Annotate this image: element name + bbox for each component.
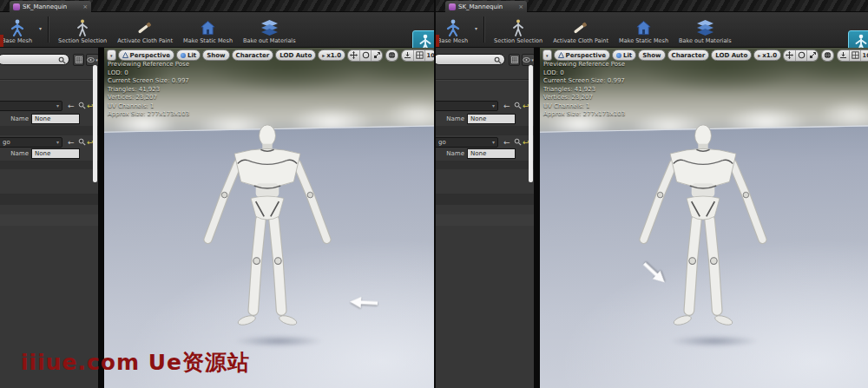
show-button[interactable]: Show bbox=[202, 49, 229, 61]
grid-snap-value[interactable]: 10 bbox=[424, 50, 434, 61]
section-selection-button[interactable]: Section Selection bbox=[53, 14, 112, 44]
skeletal-mesh-icon bbox=[446, 18, 460, 36]
view-options-button[interactable]: ▾ bbox=[522, 54, 534, 66]
section-selection-button[interactable]: Section Selection bbox=[489, 14, 548, 44]
sidebar-scrollbar[interactable] bbox=[93, 65, 97, 182]
play-icon: ▸ bbox=[322, 52, 325, 58]
activate-cloth-paint-button[interactable]: Activate Cloth Paint bbox=[548, 14, 614, 44]
make-static-mesh-label: Make Static Mesh bbox=[183, 37, 233, 44]
chevron-down-icon: ▾ bbox=[492, 102, 495, 110]
scale-tool-button[interactable] bbox=[806, 50, 818, 61]
viewport-3d[interactable]: ▾ Perspective Lit Show Character LOD Aut… bbox=[540, 48, 868, 388]
playback-speed-button[interactable]: ▸ x1.0 bbox=[318, 49, 345, 61]
filter-grid-button[interactable] bbox=[509, 54, 520, 66]
world-coordinate-button[interactable] bbox=[386, 50, 398, 61]
lod-auto-button[interactable]: LOD Auto bbox=[275, 49, 316, 61]
details-panel: ▾ ▾ ← ↩ Name None go ▾ bbox=[0, 48, 98, 388]
base-mesh-button[interactable]: ▾ Base Mesh bbox=[434, 14, 479, 44]
surface-snap-button[interactable] bbox=[402, 50, 413, 61]
name-value-field[interactable]: None bbox=[31, 148, 80, 159]
red-edge-fragment bbox=[0, 35, 3, 47]
browse-icon[interactable] bbox=[514, 138, 522, 148]
lit-button[interactable]: Lit bbox=[612, 49, 636, 61]
house-icon bbox=[635, 18, 652, 36]
name-value-field[interactable]: None bbox=[467, 114, 516, 124]
viewport-stats: Previewing Reference Pose LOD: 0 Current… bbox=[543, 61, 625, 119]
layers-icon bbox=[695, 18, 715, 36]
translate-tool-button[interactable] bbox=[784, 50, 795, 61]
asset-combo[interactable]: go ▾ bbox=[0, 137, 62, 148]
browse-icon[interactable] bbox=[514, 102, 522, 112]
make-static-mesh-button[interactable]: Make Static Mesh bbox=[614, 14, 674, 44]
make-static-mesh-button[interactable]: Make Static Mesh bbox=[178, 14, 238, 44]
eye-icon bbox=[523, 57, 530, 62]
section-band bbox=[0, 194, 98, 205]
grid-snap-button[interactable] bbox=[849, 50, 860, 61]
view-options-button[interactable]: ▾ bbox=[86, 54, 98, 66]
activate-cloth-paint-label: Activate Cloth Paint bbox=[117, 37, 173, 44]
browse-icon[interactable] bbox=[78, 138, 86, 148]
sidebar-scrollbar[interactable] bbox=[529, 65, 533, 182]
bake-out-materials-button[interactable]: Bake out Materials bbox=[238, 14, 301, 44]
use-selected-icon[interactable]: ← bbox=[68, 137, 75, 148]
use-selected-icon[interactable]: ← bbox=[503, 137, 510, 148]
panel-divider bbox=[0, 79, 94, 80]
asset-picker-row: ▾ ← ↩ bbox=[0, 101, 98, 112]
activate-cloth-paint-button[interactable]: Activate Cloth Paint bbox=[112, 14, 178, 44]
perspective-button[interactable]: Perspective bbox=[118, 49, 174, 61]
search-input[interactable] bbox=[436, 54, 505, 65]
filter-grid-button[interactable] bbox=[73, 54, 84, 66]
bake-out-materials-button[interactable]: Bake out Materials bbox=[674, 14, 737, 44]
stat-screen-size: Current Screen Size: 0.997 bbox=[108, 77, 189, 86]
rotate-tool-button[interactable] bbox=[359, 50, 371, 61]
name-value-field[interactable]: None bbox=[31, 114, 80, 124]
close-icon[interactable]: × bbox=[518, 3, 523, 10]
field-label: Name bbox=[436, 115, 464, 124]
perspective-button[interactable]: Perspective bbox=[554, 49, 610, 61]
rotate-tool-button[interactable] bbox=[795, 50, 806, 61]
chevron-down-icon[interactable]: ▾ bbox=[39, 25, 42, 31]
world-coordinate-button[interactable] bbox=[822, 50, 833, 61]
viewport-options-button[interactable]: ▾ bbox=[542, 49, 552, 61]
use-selected-icon[interactable]: ← bbox=[503, 101, 510, 111]
lit-button[interactable]: Lit bbox=[176, 49, 201, 61]
gizmo-button-group: 10 △ 10° bbox=[783, 49, 868, 62]
viewport-toolbar: ▾ Perspective Lit Show Character LOD Aut… bbox=[107, 49, 432, 61]
skeletal-mesh-icon bbox=[10, 18, 24, 36]
grid-snap-button[interactable] bbox=[413, 50, 424, 61]
lod-auto-button[interactable]: LOD Auto bbox=[711, 49, 752, 61]
field-label: Name bbox=[0, 115, 29, 124]
section-selection-label: Section Selection bbox=[58, 37, 107, 44]
use-selected-icon[interactable]: ← bbox=[68, 101, 75, 111]
character-button[interactable]: Character bbox=[667, 49, 710, 61]
chevron-down-icon: ▾ bbox=[56, 138, 59, 147]
base-mesh-button[interactable]: ▾ Base Mesh bbox=[0, 14, 43, 44]
grid-snap-value[interactable]: 10 bbox=[860, 50, 868, 61]
mannequin-mesh[interactable] bbox=[201, 122, 333, 337]
stat-previewing: Previewing Reference Pose bbox=[108, 61, 189, 69]
asset-combo[interactable]: ▾ bbox=[0, 101, 62, 111]
browse-icon[interactable] bbox=[78, 102, 86, 112]
mannequin-mesh[interactable] bbox=[637, 122, 769, 337]
playback-speed-button[interactable]: ▸ x1.0 bbox=[753, 49, 781, 61]
close-icon[interactable]: × bbox=[82, 3, 88, 10]
tab-sk-mannequin[interactable]: SK_Mannequin × bbox=[445, 1, 527, 12]
asset-combo[interactable]: go ▾ bbox=[436, 137, 498, 148]
search-input[interactable] bbox=[0, 54, 69, 65]
show-button[interactable]: Show bbox=[638, 49, 665, 61]
panel-gap bbox=[534, 48, 540, 388]
viewport-3d[interactable]: ▾ Perspective Lit Show Character LOD Aut… bbox=[104, 48, 434, 388]
name-value-field[interactable]: None bbox=[467, 148, 516, 159]
translate-tool-button[interactable] bbox=[348, 50, 359, 61]
base-mesh-label: Base Mesh bbox=[2, 37, 32, 44]
tab-sk-mannequin[interactable]: SK_Mannequin × bbox=[10, 1, 91, 12]
asset-combo[interactable]: ▾ bbox=[436, 101, 498, 111]
lit-icon bbox=[616, 53, 621, 58]
character-button[interactable]: Character bbox=[232, 49, 274, 61]
scale-tool-button[interactable] bbox=[371, 50, 382, 61]
chevron-down-icon[interactable]: ▾ bbox=[475, 25, 477, 31]
viewport-options-button[interactable]: ▾ bbox=[107, 49, 116, 61]
play-icon: ▸ bbox=[758, 52, 760, 58]
section-band bbox=[436, 194, 534, 205]
surface-snap-button[interactable] bbox=[838, 50, 849, 61]
